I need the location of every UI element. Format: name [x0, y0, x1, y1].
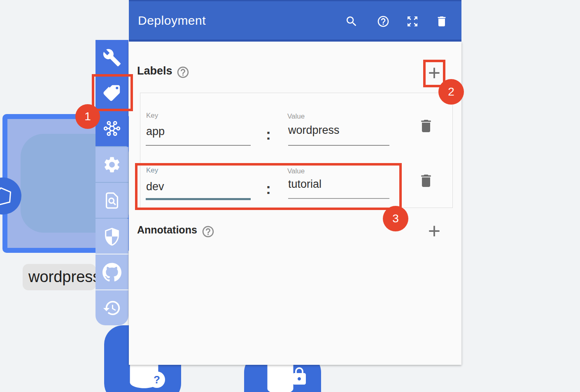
- sidebar-item-tools[interactable]: [96, 40, 128, 75]
- sidebar-item-history[interactable]: [96, 290, 128, 325]
- shield-icon: [102, 227, 121, 246]
- file-search-icon: [102, 191, 121, 210]
- delete-icon[interactable]: [435, 15, 448, 28]
- history-icon: [102, 299, 121, 317]
- expand-icon[interactable]: [406, 15, 419, 28]
- separator: :: [266, 126, 271, 143]
- hub-icon: [102, 119, 121, 138]
- highlight-box-labels-tab: [92, 74, 133, 111]
- callout-step-3: 3: [383, 206, 408, 231]
- help-icon[interactable]: [377, 15, 390, 28]
- labels-help-icon[interactable]: [176, 65, 190, 79]
- value-field-label: Value: [287, 112, 305, 121]
- sidebar-item-network[interactable]: [96, 111, 128, 146]
- callout-step-1: 1: [75, 104, 100, 129]
- node-label: wordpress: [23, 264, 96, 290]
- annotations-heading: Annotations: [137, 224, 197, 236]
- sidebar-item-inspect[interactable]: [96, 183, 128, 218]
- value-underline: [288, 145, 389, 146]
- labels-heading: Labels: [137, 65, 172, 77]
- callout-step-2: 2: [438, 79, 464, 105]
- key-input[interactable]: app: [146, 125, 165, 138]
- pentagon-icon: [0, 184, 15, 208]
- lock-icon: [289, 366, 309, 386]
- github-icon: [102, 263, 121, 282]
- add-annotation-button[interactable]: +: [425, 221, 443, 243]
- key-field-label: Key: [146, 112, 158, 120]
- gear-icon: [102, 155, 121, 174]
- annotations-help-icon[interactable]: [201, 225, 215, 238]
- key-underline: [146, 145, 251, 146]
- search-icon[interactable]: [345, 15, 358, 28]
- app-canvas: wordpress ?: [0, 0, 580, 392]
- highlight-box-new-row: [135, 163, 402, 210]
- delete-row-icon[interactable]: [418, 173, 434, 189]
- sidebar-item-github[interactable]: [96, 254, 128, 289]
- panel-title: Deployment: [138, 14, 206, 28]
- delete-row-icon[interactable]: [418, 118, 434, 134]
- sidebar-item-security[interactable]: [96, 219, 128, 254]
- wrench-icon: [102, 48, 121, 67]
- panel-header: Deployment: [129, 0, 461, 42]
- question-badge: ?: [149, 371, 165, 388]
- value-input[interactable]: wordpress: [288, 124, 340, 137]
- sidebar-item-settings[interactable]: [96, 147, 128, 182]
